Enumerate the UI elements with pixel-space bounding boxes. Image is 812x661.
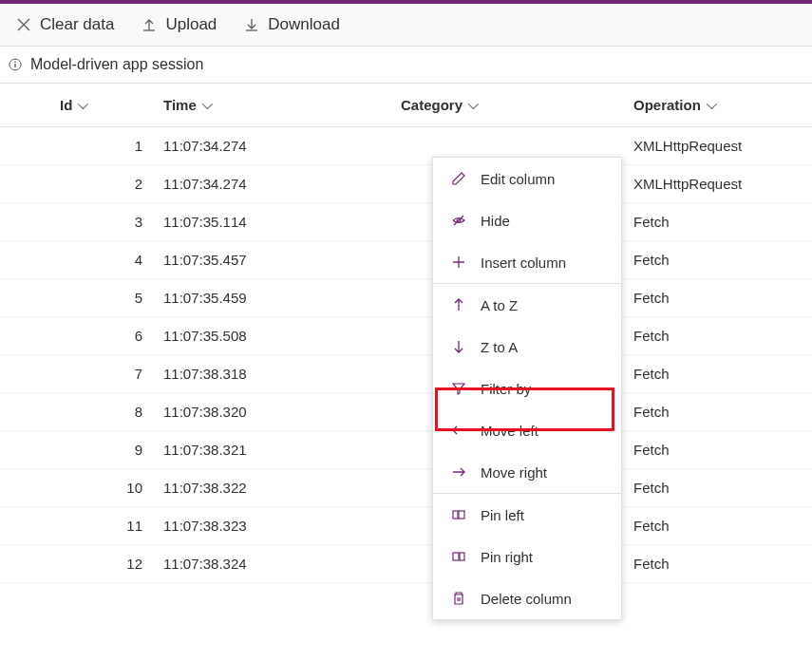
table-body: 111:07:34.274XMLHttpRequest211:07:34.274… bbox=[0, 127, 812, 583]
cell-id: 5 bbox=[43, 290, 161, 306]
cell-id: 4 bbox=[43, 252, 161, 268]
cell-id: 1 bbox=[43, 138, 161, 154]
cell-time: 11:07:35.114 bbox=[161, 214, 399, 230]
arrow-up-icon bbox=[450, 296, 467, 313]
upload-button[interactable]: Upload bbox=[141, 15, 217, 34]
chevron-down-icon bbox=[707, 98, 717, 108]
svg-rect-2 bbox=[14, 62, 15, 63]
plus-icon bbox=[450, 254, 467, 271]
column-header-operation[interactable]: Operation bbox=[633, 97, 812, 113]
cell-time: 11:07:38.318 bbox=[161, 366, 399, 382]
chevron-down-icon bbox=[468, 98, 479, 108]
cell-operation: Fetch bbox=[632, 290, 812, 306]
menu-filter-by[interactable]: Filter by bbox=[433, 368, 621, 409]
clear-data-button[interactable]: Clear data bbox=[15, 15, 114, 34]
svg-rect-5 bbox=[459, 511, 464, 519]
column-header-id[interactable]: Id bbox=[60, 97, 161, 113]
cell-time: 11:07:34.274 bbox=[161, 176, 399, 192]
cell-operation: Fetch bbox=[632, 442, 812, 458]
menu-sort-desc[interactable]: Z to A bbox=[433, 326, 621, 368]
table-row[interactable]: 1111:07:38.323Fetch bbox=[0, 507, 812, 545]
cell-time: 11:07:38.323 bbox=[161, 518, 399, 534]
cell-time: 11:07:35.508 bbox=[161, 328, 399, 344]
cell-time: 11:07:38.322 bbox=[161, 480, 399, 496]
data-table: Id Time Category Operation 111:07:34.274… bbox=[0, 84, 812, 583]
cell-operation: Fetch bbox=[632, 404, 812, 420]
menu-pin-left[interactable]: Pin left bbox=[433, 494, 621, 536]
cell-time: 11:07:38.324 bbox=[161, 556, 399, 572]
menu-edit-column[interactable]: Edit column bbox=[433, 158, 621, 199]
cell-time: 11:07:35.457 bbox=[161, 252, 399, 268]
cell-operation: Fetch bbox=[632, 214, 812, 230]
table-row[interactable]: 311:07:35.114Fetch bbox=[0, 203, 812, 241]
pin-left-icon bbox=[450, 506, 467, 523]
cell-id: 12 bbox=[43, 556, 161, 572]
hide-icon bbox=[450, 212, 467, 229]
cell-time: 11:07:38.321 bbox=[161, 442, 399, 458]
menu-delete-column[interactable]: Delete column bbox=[433, 577, 621, 619]
cell-time: 11:07:34.274 bbox=[161, 138, 399, 154]
arrow-down-icon bbox=[450, 338, 467, 355]
cell-id: 8 bbox=[43, 404, 161, 420]
chevron-down-icon bbox=[202, 98, 213, 108]
cell-operation: Fetch bbox=[632, 556, 812, 572]
checkbox-column bbox=[0, 97, 43, 113]
cell-id: 6 bbox=[43, 328, 161, 344]
table-row[interactable]: 111:07:34.274XMLHttpRequest bbox=[0, 127, 812, 165]
menu-move-left[interactable]: Move left bbox=[433, 409, 621, 451]
cell-id: 9 bbox=[43, 442, 161, 458]
cell-operation: Fetch bbox=[632, 518, 812, 534]
table-row[interactable]: 711:07:38.318Fetch bbox=[0, 355, 812, 393]
column-header-time[interactable]: Time bbox=[163, 97, 399, 113]
info-icon bbox=[8, 57, 23, 72]
column-context-menu: Edit column Hide Insert column A to Z bbox=[432, 157, 622, 620]
cell-time: 11:07:35.459 bbox=[161, 290, 399, 306]
menu-sort-asc[interactable]: A to Z bbox=[433, 284, 621, 326]
table-row[interactable]: 1011:07:38.322Fetch bbox=[0, 469, 812, 507]
table-row[interactable]: 1211:07:38.324Fetch bbox=[0, 545, 812, 583]
table-row[interactable]: 511:07:35.459Fetch bbox=[0, 279, 812, 317]
cell-id: 2 bbox=[43, 176, 161, 192]
svg-rect-7 bbox=[460, 553, 464, 560]
cell-operation: Fetch bbox=[632, 252, 812, 268]
cell-operation: XMLHttpRequest bbox=[632, 176, 812, 192]
clear-data-label: Clear data bbox=[40, 15, 114, 34]
menu-insert-column[interactable]: Insert column bbox=[433, 241, 621, 283]
table-row[interactable]: 211:07:34.274XMLHttpRequest bbox=[0, 165, 812, 203]
pencil-icon bbox=[450, 170, 467, 187]
upload-icon bbox=[141, 16, 158, 33]
upload-label: Upload bbox=[165, 15, 217, 34]
arrow-right-icon bbox=[450, 463, 467, 481]
svg-rect-4 bbox=[453, 511, 458, 519]
cell-operation: Fetch bbox=[632, 366, 812, 382]
menu-pin-right[interactable]: Pin right bbox=[433, 536, 621, 577]
cell-id: 3 bbox=[43, 214, 161, 230]
cell-operation: Fetch bbox=[632, 480, 812, 496]
table-row[interactable]: 911:07:38.321Fetch bbox=[0, 431, 812, 469]
breadcrumb: Model-driven app session bbox=[0, 47, 812, 84]
toolbar: Clear data Upload Download bbox=[0, 4, 812, 47]
column-header-category[interactable]: Category bbox=[401, 97, 632, 113]
cell-id: 10 bbox=[43, 480, 161, 496]
download-icon bbox=[243, 16, 260, 33]
menu-hide[interactable]: Hide bbox=[433, 199, 621, 241]
cell-id: 11 bbox=[43, 518, 161, 534]
arrow-left-icon bbox=[450, 422, 467, 439]
chevron-down-icon bbox=[78, 98, 88, 108]
cell-id: 7 bbox=[43, 366, 161, 382]
cell-operation: Fetch bbox=[632, 328, 812, 344]
filter-icon bbox=[450, 380, 467, 397]
svg-rect-1 bbox=[14, 64, 15, 67]
cell-time: 11:07:38.320 bbox=[161, 404, 399, 420]
breadcrumb-text: Model-driven app session bbox=[30, 56, 203, 73]
close-icon bbox=[15, 16, 32, 33]
trash-icon bbox=[450, 590, 467, 607]
svg-rect-6 bbox=[453, 553, 459, 560]
download-button[interactable]: Download bbox=[243, 15, 340, 34]
table-row[interactable]: 811:07:38.320Fetch bbox=[0, 393, 812, 431]
pin-right-icon bbox=[450, 548, 467, 565]
table-row[interactable]: 411:07:35.457Fetch bbox=[0, 241, 812, 279]
download-label: Download bbox=[268, 15, 340, 34]
table-row[interactable]: 611:07:35.508Fetch bbox=[0, 317, 812, 355]
menu-move-right[interactable]: Move right bbox=[433, 451, 621, 493]
